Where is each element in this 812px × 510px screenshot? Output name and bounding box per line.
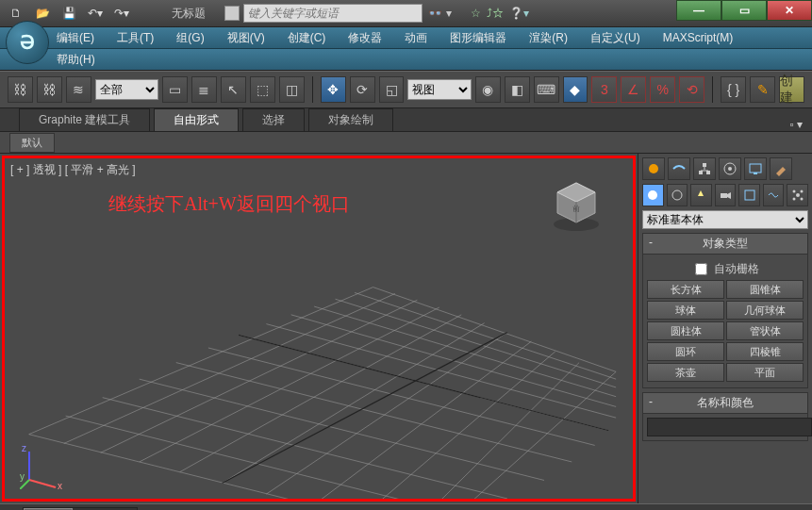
sub-helpers-icon[interactable] bbox=[738, 184, 760, 206]
btn-box[interactable]: 长方体 bbox=[647, 280, 724, 299]
menu-render[interactable]: 渲染(R) bbox=[529, 30, 568, 46]
sub-geometry-icon[interactable] bbox=[642, 184, 664, 206]
cp-modify-icon[interactable] bbox=[668, 157, 690, 180]
bind-icon[interactable]: ≋ bbox=[66, 76, 91, 103]
mirror-icon[interactable]: ✎ bbox=[750, 76, 775, 103]
unlink-icon[interactable]: ⛓̷ bbox=[37, 76, 62, 103]
redo-dropdown-icon[interactable]: ↷▾ bbox=[109, 3, 134, 24]
minimize-button[interactable]: — bbox=[676, 0, 721, 21]
help-icon[interactable]: ❔▾ bbox=[509, 7, 529, 20]
cp-utilities-icon[interactable] bbox=[770, 157, 792, 180]
manipulate-icon[interactable]: ◧ bbox=[505, 76, 530, 103]
selection-filter-select[interactable]: 全部 bbox=[95, 79, 158, 100]
menu-group[interactable]: 组(G) bbox=[176, 30, 204, 46]
sub-spacewarps-icon[interactable] bbox=[763, 184, 785, 206]
tab-freeform[interactable]: 自由形式 bbox=[154, 108, 239, 131]
snap-angle-icon[interactable]: ∠ bbox=[621, 76, 646, 103]
select-name-icon[interactable]: ≣ bbox=[191, 76, 217, 103]
menu-grapheditors[interactable]: 图形编辑器 bbox=[450, 30, 506, 46]
open-file-icon[interactable]: 📂 bbox=[30, 3, 55, 24]
btn-torus[interactable]: 圆环 bbox=[647, 342, 724, 361]
btn-plane[interactable]: 平面 bbox=[726, 363, 804, 382]
ribbon-minimize-icon[interactable]: ▫ ▾ bbox=[789, 118, 803, 131]
select-object-icon[interactable]: ▭ bbox=[162, 76, 188, 103]
tab-select[interactable]: 选择 bbox=[242, 108, 305, 131]
rollout-head-objtype[interactable]: 对象类型 bbox=[643, 234, 807, 255]
sub-cameras-icon[interactable] bbox=[715, 184, 737, 206]
tab-graphite[interactable]: Graphite 建模工具 bbox=[19, 108, 150, 131]
app-logo-icon[interactable]: Ә bbox=[6, 21, 49, 64]
btn-geosphere[interactable]: 几何球体 bbox=[726, 301, 804, 320]
menu-view[interactable]: 视图(V) bbox=[227, 30, 265, 46]
favorite-arrow-icon[interactable]: ⤴☆ bbox=[487, 7, 504, 20]
save-file-icon[interactable]: 💾 bbox=[57, 3, 81, 24]
named-selection-icon[interactable]: { } bbox=[721, 76, 746, 103]
svg-point-48 bbox=[672, 190, 682, 200]
object-name-input[interactable] bbox=[647, 418, 812, 436]
ref-coord-select[interactable]: 视图 bbox=[407, 79, 471, 100]
cp-motion-icon[interactable] bbox=[719, 157, 741, 180]
pivot-icon[interactable]: ◉ bbox=[475, 76, 501, 103]
menu-maxscript[interactable]: MAXScript(M) bbox=[663, 31, 734, 44]
autogrid-checkbox[interactable] bbox=[695, 263, 707, 275]
viewcube-icon[interactable]: 前 bbox=[548, 177, 605, 234]
btn-teapot[interactable]: 茶壶 bbox=[647, 363, 724, 382]
snap-3-icon[interactable]: 3 bbox=[591, 76, 617, 103]
btn-cylinder[interactable]: 圆柱体 bbox=[647, 321, 724, 340]
menu-edit[interactable]: 编辑(E) bbox=[57, 30, 94, 46]
rollout-object-type: 对象类型 自动栅格 长方体圆锥体 球体几何球体 圆柱体管状体 圆环四棱锥 茶壶平… bbox=[642, 233, 808, 388]
viewport-perspective[interactable]: [ + ] 透视 ] [ 平滑 + 高光 ] 继续按下Alt+W返回四个视口 bbox=[2, 156, 636, 502]
svg-text:y: y bbox=[20, 471, 25, 482]
keyboard-icon[interactable]: ⌨ bbox=[534, 76, 559, 103]
tag-icon[interactable]: ▾ bbox=[446, 7, 452, 20]
svg-line-10 bbox=[336, 299, 617, 387]
maximize-button[interactable]: ▭ bbox=[721, 0, 767, 21]
sub-systems-icon[interactable] bbox=[787, 184, 808, 206]
btn-tube[interactable]: 管状体 bbox=[726, 321, 804, 340]
snap-toggle-icon[interactable]: ◆ bbox=[563, 76, 588, 103]
svg-line-13 bbox=[29, 288, 373, 435]
menu-modifiers[interactable]: 修改器 bbox=[348, 30, 382, 46]
btn-cone[interactable]: 圆锥体 bbox=[726, 280, 804, 299]
select-window-icon[interactable]: ◫ bbox=[279, 76, 305, 103]
select-region-icon[interactable]: ⬚ bbox=[250, 76, 275, 103]
svg-rect-38 bbox=[703, 163, 706, 167]
svg-point-53 bbox=[792, 190, 795, 193]
search-input[interactable] bbox=[243, 4, 423, 23]
close-button[interactable]: ✕ bbox=[767, 0, 812, 21]
menu-help[interactable]: 帮助(H) bbox=[57, 52, 95, 68]
category-select[interactable]: 标准基本体 bbox=[642, 210, 808, 229]
cp-create-icon[interactable] bbox=[642, 157, 665, 180]
menu-create[interactable]: 创建(C) bbox=[288, 30, 326, 46]
binoculars-icon[interactable]: 👓 bbox=[428, 7, 442, 20]
svg-text:x: x bbox=[58, 481, 62, 489]
rollout-head-namecolor[interactable]: 名称和颜色 bbox=[643, 393, 807, 414]
menu-tools[interactable]: 工具(T) bbox=[117, 30, 154, 46]
favorite-icon[interactable]: ☆ bbox=[471, 7, 481, 20]
sub-lights-icon[interactable] bbox=[690, 184, 712, 206]
sub-shapes-icon[interactable] bbox=[667, 184, 688, 206]
menu-customize[interactable]: 自定义(U) bbox=[590, 30, 640, 46]
snap-percent-icon[interactable]: % bbox=[650, 76, 675, 103]
window-title: 无标题 bbox=[172, 6, 206, 22]
cp-display-icon[interactable] bbox=[744, 157, 767, 180]
search-play-icon[interactable]: ▶ bbox=[224, 6, 240, 21]
svg-point-54 bbox=[800, 190, 803, 193]
align-icon[interactable]: 创建 bbox=[779, 76, 804, 103]
undo-dropdown-icon[interactable]: ↶▾ bbox=[83, 3, 108, 24]
scale-icon[interactable]: ◱ bbox=[379, 76, 405, 103]
subtab-default[interactable]: 默认 bbox=[9, 133, 55, 153]
select-cursor-icon[interactable]: ↖ bbox=[221, 76, 246, 103]
snap-spinner-icon[interactable]: ⟲ bbox=[679, 76, 704, 103]
rotate-icon[interactable]: ⟳ bbox=[350, 76, 375, 103]
btn-pyramid[interactable]: 四棱锥 bbox=[726, 342, 804, 361]
cp-hierarchy-icon[interactable] bbox=[693, 157, 716, 180]
svg-text:z: z bbox=[22, 443, 26, 453]
link-icon[interactable]: ⛓ bbox=[8, 76, 33, 103]
ribbon-subtabs: 默认 bbox=[0, 132, 812, 154]
tab-objectpaint[interactable]: 对象绘制 bbox=[308, 108, 393, 131]
autogrid-label: 自动栅格 bbox=[714, 262, 759, 275]
menu-animation[interactable]: 动画 bbox=[405, 30, 427, 46]
move-icon[interactable]: ✥ bbox=[321, 76, 346, 103]
btn-sphere[interactable]: 球体 bbox=[647, 301, 724, 320]
